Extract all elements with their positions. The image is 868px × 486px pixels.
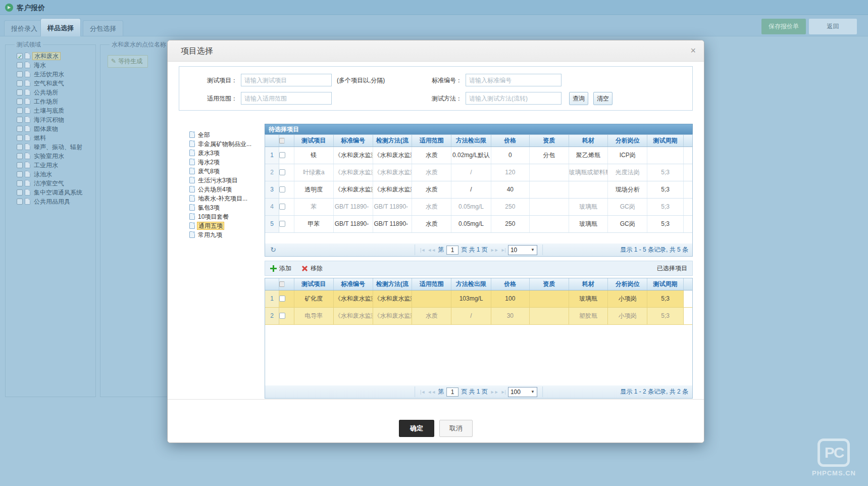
first-page-icon[interactable]: |◄ [420, 248, 425, 253]
col-test-item[interactable]: 测试项目 [294, 278, 334, 290]
package-tree-item[interactable]: 公共场所4项 [187, 184, 265, 193]
col-qualification[interactable]: 资质 [530, 278, 569, 290]
test-area-item[interactable]: 泳池水 [11, 169, 95, 178]
checkbox[interactable] [17, 53, 23, 59]
test-area-item[interactable]: 燃料 [11, 133, 95, 142]
package-tree-item[interactable]: 常用九项 [187, 230, 265, 239]
package-tree-item[interactable]: 全部 [187, 130, 265, 139]
checkbox[interactable] [17, 117, 23, 123]
last-page-icon[interactable]: ►| [501, 248, 505, 253]
col-standard-no[interactable]: 标准编号 [334, 278, 373, 290]
col-test-cycle[interactable]: 测试周期 [647, 135, 684, 147]
package-tree-item[interactable]: 10项目套餐 [187, 212, 265, 221]
col-test-item[interactable]: 测试项目 [294, 135, 334, 147]
package-tree-item[interactable]: 废气8项 [187, 166, 265, 175]
row-checkbox[interactable] [279, 186, 285, 192]
select-all-checkbox[interactable] [279, 281, 285, 287]
page-number-input[interactable] [446, 246, 458, 255]
checkbox[interactable] [17, 189, 23, 196]
page-size-select[interactable]: 10 ▼ [508, 245, 537, 255]
checkbox[interactable] [17, 80, 23, 86]
package-tree-item[interactable]: 生活污水3项目 [187, 175, 265, 184]
table-row[interactable]: 1 矿化度 《水和废水监测 《水和废水监测 103mg/L 100 玻璃瓶 小项… [265, 290, 692, 308]
row-checkbox[interactable] [279, 152, 285, 158]
test-area-item[interactable]: 生活饮用水 [11, 69, 95, 78]
checkbox[interactable] [17, 171, 23, 177]
checkbox[interactable] [17, 180, 23, 186]
test-area-item[interactable]: 公共用品用具 [11, 197, 95, 206]
package-tree-item[interactable]: 氯包3项 [187, 203, 265, 212]
test-area-item[interactable]: 海水 [11, 60, 95, 69]
cancel-button[interactable]: 取消 [439, 420, 473, 437]
checkbox[interactable] [17, 89, 23, 95]
checkbox[interactable] [17, 71, 23, 77]
package-tree-item[interactable]: 地表水-补充项目... [187, 193, 265, 203]
col-standard-no[interactable]: 标准编号 [334, 135, 373, 147]
table-row[interactable]: 5 甲苯 GB/T 11890- GB/T 11890- 水质 0.05mg/L… [265, 216, 692, 233]
col-consumable[interactable]: 耗材 [569, 135, 608, 147]
query-button[interactable]: 查询 [569, 92, 588, 105]
col-method[interactable]: 检测方法(流 [373, 135, 413, 147]
table-row[interactable]: 3 透明度 《水和废水监测 《水和废水监测 水质 / 40 现场分析 5;3 [265, 181, 692, 199]
prev-page-icon[interactable]: ◄◄ [427, 248, 435, 253]
scope-input[interactable] [241, 92, 332, 105]
row-checkbox[interactable] [279, 313, 285, 319]
checkbox[interactable] [17, 62, 23, 68]
checkbox[interactable] [17, 126, 23, 132]
method-input[interactable] [466, 92, 561, 105]
last-page-icon[interactable]: ►| [501, 390, 505, 395]
col-price[interactable]: 价格 [491, 278, 530, 290]
col-analysis-position[interactable]: 分析岗位 [608, 135, 647, 147]
package-tree-item[interactable]: 非金属矿物制品业... [187, 139, 265, 148]
page-size-select[interactable]: 100 ▼ [508, 387, 537, 397]
prev-page-icon[interactable]: ◄◄ [427, 390, 435, 395]
col-scope[interactable]: 适用范围 [412, 135, 451, 147]
confirm-button[interactable]: 确定 [399, 420, 434, 437]
test-area-item[interactable]: 固体废物 [11, 124, 95, 133]
col-test-cycle[interactable]: 测试周期 [647, 278, 684, 290]
test-area-item[interactable]: 空气和废气 [11, 78, 95, 87]
test-area-item[interactable]: 土壤与底质 [11, 106, 95, 115]
table-row[interactable]: 2 电导率 《水和废水监测 《水和废水监测 水质 / 30 塑胶瓶 小项岗 5;… [265, 308, 692, 325]
checkbox[interactable] [17, 153, 23, 159]
col-consumable[interactable]: 耗材 [569, 278, 608, 290]
checkbox[interactable] [17, 199, 23, 205]
save-quote-button[interactable]: 保存报价单 [761, 19, 806, 34]
checkbox[interactable] [17, 162, 23, 168]
test-area-item[interactable]: 工业用水 [11, 160, 95, 169]
page-number-input[interactable] [446, 387, 458, 397]
standard-no-input[interactable] [466, 74, 561, 86]
select-all-header[interactable] [279, 135, 294, 147]
checkbox[interactable] [17, 144, 23, 150]
clear-button[interactable]: 清空 [593, 92, 612, 105]
test-area-item[interactable]: 公共场所 [11, 87, 95, 96]
tab-sample-selection[interactable]: 样品选择 [40, 18, 81, 36]
tab-subcontract-selection[interactable]: 分包选择 [83, 20, 123, 36]
package-tree-item[interactable]: 海水2项 [187, 157, 265, 166]
back-button[interactable]: 返回 [809, 19, 857, 34]
test-area-item[interactable]: 噪声、振动、辐射 [11, 142, 95, 151]
checkbox[interactable] [17, 108, 23, 114]
row-checkbox[interactable] [279, 296, 285, 302]
next-page-icon[interactable]: ►► [490, 390, 498, 395]
package-tree-item[interactable]: 通用五项 [187, 221, 265, 230]
next-page-icon[interactable]: ►► [490, 248, 498, 253]
select-all-header[interactable] [279, 278, 294, 290]
col-qualification[interactable]: 资质 [530, 135, 569, 147]
checkbox[interactable] [17, 135, 23, 141]
first-page-icon[interactable]: |◄ [420, 390, 425, 395]
col-price[interactable]: 价格 [491, 135, 530, 147]
table-row[interactable]: 2 叶绿素a 《水和废水监测 《水和废水监测 水质 / 120 玻璃瓶或塑料瓶 … [265, 164, 692, 181]
test-area-item[interactable]: 实验室用水 [11, 151, 95, 160]
test-area-item[interactable]: 集中空调通风系统 [11, 187, 95, 197]
col-detection-limit[interactable]: 方法检出限 [451, 135, 491, 147]
row-checkbox[interactable] [279, 221, 285, 227]
pending-generate-button[interactable]: ✎等待生成 [108, 55, 148, 68]
close-icon[interactable]: × [690, 45, 696, 56]
test-area-item[interactable]: 工作场所 [11, 96, 95, 106]
tab-quote-entry[interactable]: 报价录入 [4, 20, 44, 36]
row-checkbox[interactable] [279, 204, 285, 210]
refresh-icon[interactable]: ↻ [268, 245, 278, 255]
test-area-item[interactable]: 洁净室空气 [11, 178, 95, 187]
col-analysis-position[interactable]: 分析岗位 [608, 278, 647, 290]
